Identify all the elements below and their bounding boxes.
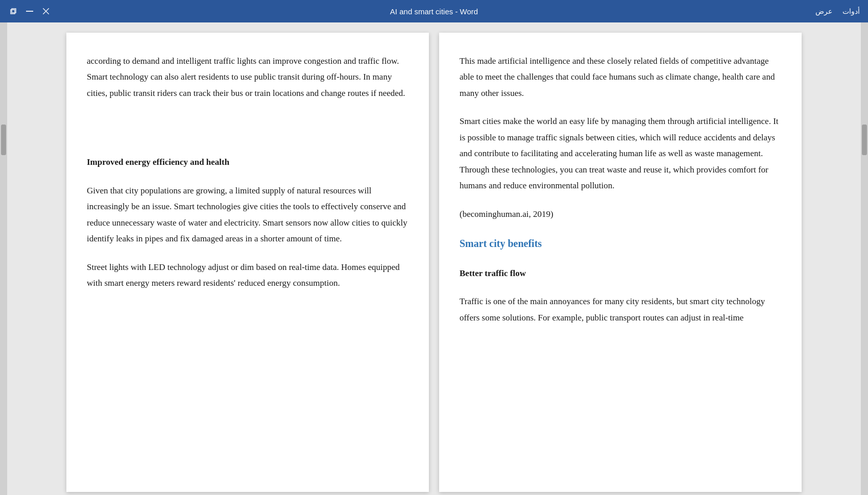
- left-para-2: Given that city populations are growing,…: [87, 183, 408, 247]
- left-page-content: according to demand and intelligent traf…: [87, 53, 408, 291]
- section-heading-energy: Improved energy efficiency and health: [87, 154, 408, 170]
- right-para-2: Smart cities make the world an easy life…: [460, 113, 781, 193]
- title-bar: AI and smart cities - Word أدوات عرض: [0, 0, 868, 22]
- svg-rect-0: [11, 10, 15, 14]
- svg-rect-1: [12, 9, 16, 13]
- left-page: according to demand and intelligent traf…: [66, 33, 429, 492]
- right-page: This made artificial intelligence and th…: [439, 33, 802, 492]
- right-page-content: This made artificial intelligence and th…: [460, 53, 781, 326]
- menu-bar[interactable]: أدوات عرض: [815, 7, 860, 15]
- section-heading-smart-city: Smart city benefits: [460, 234, 781, 253]
- left-para-1: according to demand and intelligent traf…: [87, 53, 408, 101]
- left-scrollbar-thumb[interactable]: [1, 125, 6, 155]
- right-scrollbar[interactable]: [861, 22, 868, 495]
- right-para-1: This made artificial intelligence and th…: [460, 53, 781, 101]
- spacer-1: [87, 113, 408, 154]
- sub-heading-traffic: Better traffic flow: [460, 265, 781, 281]
- document-area: according to demand and intelligent traf…: [0, 22, 868, 495]
- svg-rect-2: [26, 11, 33, 12]
- minimize-button[interactable]: [25, 6, 35, 16]
- right-para-3: Traffic is one of the main annoyances fo…: [460, 293, 781, 326]
- left-scrollbar[interactable]: [0, 22, 7, 495]
- pages-container: according to demand and intelligent traf…: [7, 22, 861, 495]
- menu-item-view[interactable]: عرض: [815, 7, 832, 15]
- menu-item-tools[interactable]: أدوات: [842, 7, 860, 15]
- window-title: AI and smart cities - Word: [390, 7, 478, 16]
- left-para-3: Street lights with LED technology adjust…: [87, 259, 408, 291]
- citation: (becominghuman.ai, 2019): [460, 206, 781, 222]
- restore-button[interactable]: [8, 6, 18, 16]
- close-button[interactable]: [41, 6, 51, 16]
- window-controls[interactable]: [8, 6, 51, 16]
- right-scrollbar-thumb[interactable]: [862, 125, 867, 155]
